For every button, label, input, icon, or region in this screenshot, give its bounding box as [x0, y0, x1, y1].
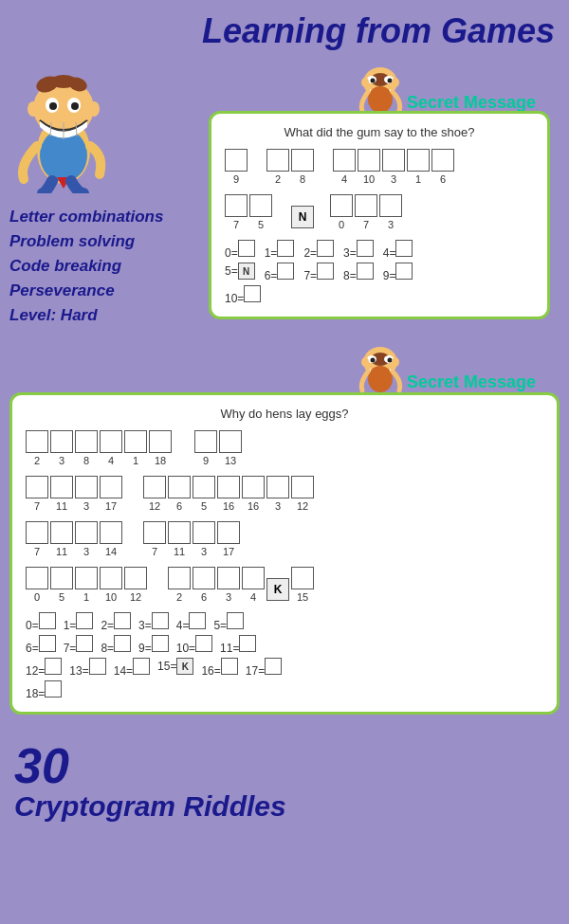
bottom-subtitle: Cryptogram Riddles: [14, 790, 555, 823]
puzzle2-keys: 0= 1= 2= 3= 4= 5= 6= 7= 8= 9= 10= 11= 12…: [26, 612, 543, 700]
feature-item-0: Letter combinations: [9, 208, 199, 226]
left-panel: Letter combinations Problem solving Code…: [9, 56, 199, 331]
svg-point-30: [387, 358, 392, 363]
svg-point-22: [361, 78, 369, 87]
main-character: [9, 65, 119, 193]
puzzle-card-2: Why do hens lay eggs? 2 3 8 4 1 18 9 13 …: [9, 392, 560, 715]
puzzle1-panel: Secret Message What did the gum say to t…: [199, 56, 560, 331]
svg-point-32: [392, 357, 399, 367]
svg-point-29: [370, 358, 375, 363]
bottom-title-section: 30 Cryptogram Riddles: [0, 724, 569, 827]
feature-item-4: Level: Hard: [9, 306, 199, 325]
puzzle-card-1: What did the gum say to the shoe? 9 2 8 …: [209, 111, 550, 319]
puzzle2-row3: 7 11 3 14 7 11 3 17: [26, 521, 543, 557]
feature-item-1: Problem solving: [9, 232, 199, 251]
svg-point-20: [370, 79, 375, 83]
box-9[interactable]: [225, 149, 248, 172]
svg-point-24: [368, 86, 393, 113]
svg-point-23: [392, 78, 399, 87]
puzzle2-row1: 2 3 8 4 1 18 9 13: [26, 430, 543, 466]
svg-point-31: [361, 357, 369, 367]
svg-point-21: [387, 79, 392, 83]
feature-item-3: Perseverance: [9, 281, 199, 300]
puzzle1-row2: 7 5 N 0 7 3: [225, 194, 534, 230]
puzzle2-question: Why do hens lay eggs?: [26, 407, 543, 421]
small-character-1: [355, 56, 407, 113]
puzzle1-question: What did the gum say to the shoe?: [225, 125, 534, 139]
secret-message-label-2: Secret Message: [407, 373, 536, 392]
feature-list: Letter combinations Problem solving Code…: [9, 208, 199, 325]
puzzle1-row1: 9 2 8 4 10 3 1 6: [225, 149, 534, 185]
puzzle1-keys: 0= 1= 2= 3= 4= 5=N 6= 7= 8= 9= 10=: [225, 240, 534, 305]
svg-point-9: [71, 102, 79, 110]
feature-item-2: Code breaking: [9, 257, 199, 276]
puzzle2-row4: 0 5 1 10 12 2 6 3 4 K 15: [26, 567, 543, 603]
puzzle2-area: Why do hens lay eggs? 2 3 8 4 1 18 9 13 …: [0, 392, 569, 715]
svg-point-8: [49, 102, 57, 110]
svg-point-14: [88, 101, 100, 117]
count-number: 30: [14, 741, 555, 790]
page-title: Learning from Games: [0, 0, 569, 56]
puzzle2-row2: 7 11 3 17 12 6 5 16 16 3 12: [26, 476, 543, 512]
small-character-2: [355, 335, 407, 392]
svg-point-33: [368, 366, 393, 392]
svg-point-13: [28, 101, 39, 117]
